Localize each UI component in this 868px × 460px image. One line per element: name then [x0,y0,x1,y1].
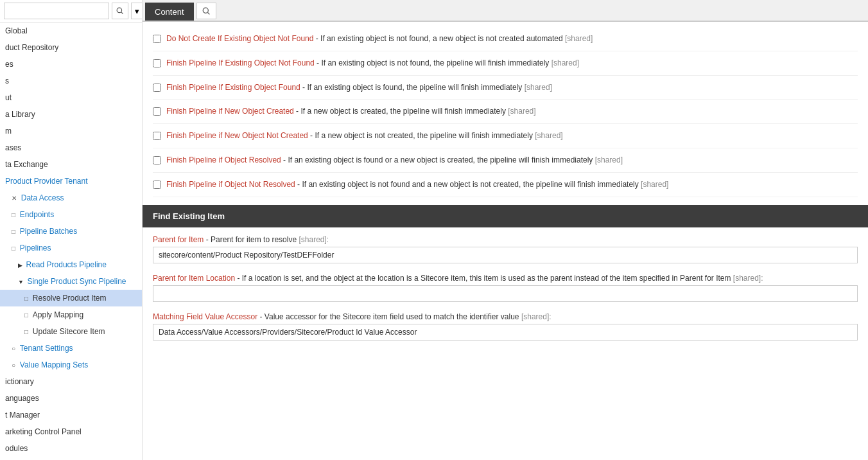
sidebar-item-es[interactable]: es [0,56,142,73]
sidebar-label: Value Mapping Sets [20,360,89,369]
sidebar-item-t-manager[interactable]: t Manager [0,407,142,423]
checkbox-desc: - If a new object is not created, the pi… [308,131,533,140]
checkbox-row-7: Finish Pipeline if Object Not Resolved -… [153,173,858,197]
item-icon: □ [24,312,30,319]
sidebar-label: Pipeline Batches [20,227,77,236]
sidebar-item-global[interactable]: Global [0,22,142,39]
expand-icon: ▶ [18,262,24,269]
sidebar-label: odules [5,444,28,453]
sidebar-item-data-access[interactable]: ✕ Data Access [0,190,142,206]
sidebar-item-update-sitecore-item[interactable]: □ Update Sitecore Item [0,323,142,340]
checkbox-label-cb4: Finish Pipeline if New Object Created - … [166,106,536,117]
sidebar-item-m[interactable]: m [0,123,142,139]
item-icon: □ [12,228,17,235]
search-button[interactable] [112,3,128,19]
sidebar-label: Global [5,26,28,35]
checkbox-desc: - If an existing object is not found and… [295,180,639,189]
checkbox-desc: - If an existing object is not found, th… [315,58,550,67]
content-area: Do Not Create If Existing Object Not Fou… [143,22,868,460]
item-icon: ○ [12,362,17,369]
sidebar-item-read-products-pipeline[interactable]: ▶ Read Products Pipeline [0,256,142,273]
checkbox-cb6[interactable] [153,156,161,164]
form-input-parent-for-item-location[interactable] [153,285,858,302]
sidebar-item-s[interactable]: s [0,73,142,89]
form-input-matching-field-value-accessor[interactable] [153,324,858,341]
sidebar-label: Data Access [21,193,64,202]
sidebar-label: m [5,127,12,136]
sidebar: ▾ Globalduct Repositoryessuta Librarymas… [0,0,143,460]
expand-icon: ▼ [18,279,25,285]
form-label-matching-field-value-accessor: Matching Field Value Accessor - Value ac… [153,312,858,321]
checkbox-title: Do Not Create If Existing Object Not Fou… [166,34,313,43]
checkbox-cb3[interactable] [153,84,161,92]
checkbox-row-3: Finish Pipeline If Existing Object Found… [153,76,858,100]
checkbox-cb2[interactable] [153,59,161,67]
item-icon: □ [24,295,30,302]
checkbox-label-cb7: Finish Pipeline if Object Not Resolved -… [166,179,668,190]
sidebar-item-ut[interactable]: ut [0,89,142,106]
checkbox-section: Do Not Create If Existing Object Not Fou… [143,22,868,202]
form-section: Parent for Item - Parent for item to res… [143,227,868,358]
checkbox-cb4[interactable] [153,107,161,116]
svg-point-2 [203,8,208,13]
sidebar-item-product-provider-tenant[interactable]: Product Provider Tenant [0,173,142,190]
search-input[interactable] [4,3,109,19]
sidebar-item-ta-exchange[interactable]: ta Exchange [0,156,142,173]
checkbox-cb5[interactable] [153,132,161,140]
checkbox-shared: [shared] [565,34,593,43]
checkbox-desc: - If an existing object is not found, a … [313,34,562,43]
main-panel: Content Do Not Create If Existing Object… [143,0,868,460]
sidebar-scroll-area: Globalduct Repositoryessuta Librarymases… [0,22,142,460]
sidebar-item-ases[interactable]: ases [0,139,142,156]
item-icon: ○ [12,345,17,352]
checkbox-label-cb6: Finish Pipeline if Object Resolved - If … [166,155,623,166]
sidebar-label: t Manager [5,411,40,420]
sidebar-label: Resolve Product Item [33,294,107,303]
checkbox-label-cb3: Finish Pipeline If Existing Object Found… [166,82,552,93]
sidebar-item-apply-mapping[interactable]: □ Apply Mapping [0,306,142,323]
sidebar-label: Apply Mapping [33,310,83,319]
sidebar-item-pipelines[interactable]: □ Pipelines [0,240,142,256]
dropdown-button[interactable]: ▾ [131,3,143,19]
sidebar-label: duct Repository [5,43,58,52]
sidebar-item-endpoints[interactable]: □ Endpoints [0,206,142,223]
sidebar-label: ases [5,143,21,152]
tab-search-button[interactable] [196,3,216,19]
sidebar-item-ictionary[interactable]: ictionary [0,373,142,390]
checkbox-label-cb1: Do Not Create If Existing Object Not Fou… [166,33,593,44]
checkbox-label-cb2: Finish Pipeline If Existing Object Not F… [166,58,579,69]
sidebar-item-resolve-product-item[interactable]: □ Resolve Product Item [0,290,142,306]
sidebar-item-value-mapping-sets[interactable]: ○ Value Mapping Sets [0,357,142,373]
sidebar-label: ictionary [5,377,34,386]
sidebar-item-arketing-control-panel[interactable]: arketing Control Panel [0,423,142,440]
checkbox-title: Finish Pipeline if Object Not Resolved [166,180,295,189]
checkbox-row-4: Finish Pipeline if New Object Created - … [153,100,858,124]
checkbox-desc: - If a new object is created, the pipeli… [294,107,506,116]
checkbox-label-cb5: Finish Pipeline if New Object Not Create… [166,130,563,141]
sidebar-label: Tenant Settings [20,344,73,353]
sidebar-item-odules[interactable]: odules [0,440,142,457]
form-input-parent-for-item[interactable] [153,247,858,263]
checkbox-shared: [shared] [595,155,623,164]
checkbox-desc: - If an existing object is found or a ne… [281,155,593,164]
sidebar-item-a-library[interactable]: a Library [0,106,142,123]
sidebar-label: ut [5,93,12,102]
sidebar-item-product-repository[interactable]: duct Repository [0,39,142,56]
tab-content[interactable]: Content [145,3,194,21]
checkbox-cb1[interactable] [153,35,161,43]
sidebar-label: anguages [5,394,39,403]
sidebar-label: arketing Control Panel [5,427,82,436]
sidebar-label: Endpoints [20,210,54,219]
svg-point-0 [117,8,122,13]
sidebar-item-anguages[interactable]: anguages [0,390,142,407]
checkbox-shared: [shared] [641,180,668,189]
checkbox-row-2: Finish Pipeline If Existing Object Not F… [153,51,858,76]
sidebar-label: Product Provider Tenant [5,177,88,186]
checkbox-cb7[interactable] [153,181,161,189]
sidebar-item-single-product-sync[interactable]: ▼ Single Product Sync Pipeline [0,273,142,290]
sidebar-item-tenant-settings[interactable]: ○ Tenant Settings [0,340,142,357]
checkbox-row-1: Do Not Create If Existing Object Not Fou… [153,27,858,51]
svg-line-1 [121,12,123,14]
sidebar-item-pipeline-batches[interactable]: □ Pipeline Batches [0,223,142,240]
sidebar-label: Update Sitecore Item [33,327,105,336]
